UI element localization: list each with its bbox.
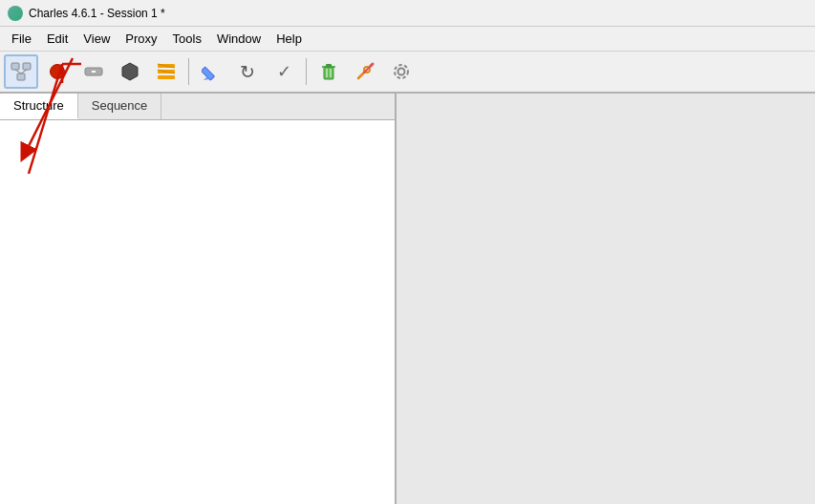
- menu-bar: File Edit View Proxy Tools Window Help: [0, 27, 815, 52]
- svg-rect-0: [11, 63, 19, 70]
- toolbar-btn-throttle[interactable]: [76, 54, 111, 89]
- tools-icon: [354, 61, 375, 82]
- svg-rect-1: [23, 63, 31, 70]
- svg-rect-17: [326, 64, 332, 67]
- throttle-icon: [83, 61, 104, 82]
- record-icon: [50, 64, 65, 79]
- tab-sequence[interactable]: Sequence: [78, 94, 162, 119]
- toolbar-btn-settings[interactable]: [384, 54, 418, 89]
- menu-proxy[interactable]: Proxy: [118, 29, 164, 49]
- left-pane: Structure Sequence: [0, 94, 397, 504]
- svg-rect-13: [202, 67, 215, 80]
- refresh-icon: ↻: [240, 61, 255, 83]
- hexagon-icon: [119, 61, 140, 82]
- menu-window[interactable]: Window: [209, 29, 268, 49]
- tabs: Structure Sequence: [0, 94, 395, 120]
- toolbar-btn-mode[interactable]: [113, 54, 147, 89]
- svg-point-24: [398, 69, 405, 75]
- menu-tools[interactable]: Tools: [165, 29, 209, 49]
- right-pane: [397, 94, 815, 504]
- menu-view[interactable]: View: [75, 29, 118, 49]
- no-browser-icon: [156, 61, 177, 82]
- toolbar-separator-2: [306, 58, 307, 85]
- check-icon: ✓: [277, 61, 291, 82]
- toolbar-separator-1: [188, 58, 189, 85]
- toolbar-btn-tools[interactable]: [348, 54, 382, 89]
- toolbar-btn-focus[interactable]: ✓: [267, 54, 301, 89]
- menu-file[interactable]: File: [4, 29, 39, 49]
- title-bar: Charles 4.6.1 - Session 1 *: [0, 0, 815, 27]
- svg-rect-15: [324, 67, 333, 79]
- svg-rect-2: [17, 74, 25, 80]
- pencil-icon: [202, 62, 221, 81]
- network-icon: [10, 61, 32, 82]
- svg-rect-10: [158, 75, 175, 79]
- gear-icon: [391, 61, 412, 82]
- svg-marker-7: [122, 63, 138, 80]
- svg-line-3: [15, 70, 21, 74]
- svg-line-4: [21, 70, 27, 74]
- toolbar-btn-network[interactable]: [4, 54, 38, 89]
- toolbar-btn-record[interactable]: [40, 54, 75, 89]
- svg-point-25: [395, 65, 408, 78]
- toolbar: ↻ ✓: [0, 52, 815, 94]
- toolbar-btn-edit[interactable]: [194, 54, 228, 89]
- svg-line-23: [371, 64, 373, 66]
- menu-edit[interactable]: Edit: [39, 29, 75, 49]
- toolbar-btn-clear[interactable]: [311, 54, 346, 89]
- left-pane-content: [0, 120, 395, 504]
- window-title: Charles 4.6.1 - Session 1 *: [29, 7, 165, 20]
- tab-structure[interactable]: Structure: [0, 94, 78, 119]
- main-content: Structure Sequence: [0, 94, 815, 504]
- trash-icon: [318, 61, 339, 82]
- app-icon: [8, 6, 23, 21]
- toolbar-btn-refresh[interactable]: ↻: [230, 54, 265, 89]
- toolbar-btn-no-browser[interactable]: [149, 54, 183, 89]
- menu-help[interactable]: Help: [268, 29, 310, 49]
- svg-rect-6: [92, 71, 96, 73]
